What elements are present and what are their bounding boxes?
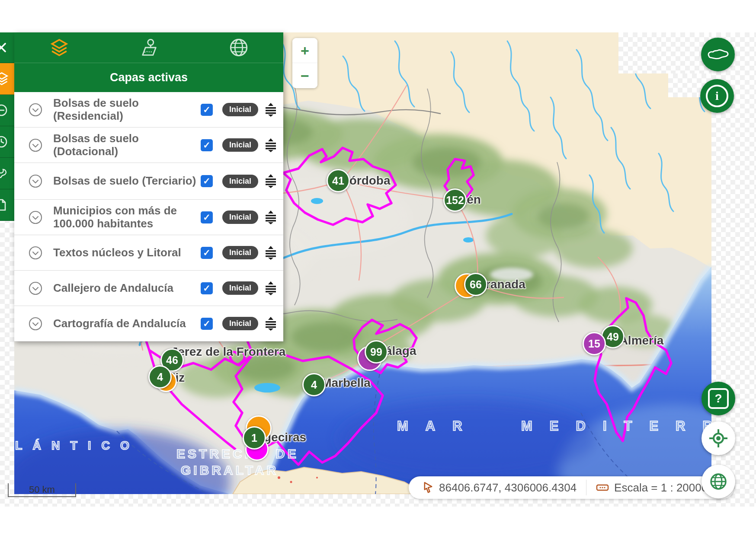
- coordinates-value: 86406.6747, 4306006.4304: [439, 481, 577, 495]
- document-icon: [0, 198, 9, 212]
- map-cluster-marker[interactable]: 4: [148, 365, 172, 389]
- layer-label: Municipios con más de 100.000 habitantes: [53, 204, 196, 230]
- chevron-down-icon[interactable]: [28, 174, 43, 188]
- layer-status-badge: Inicial: [222, 175, 258, 188]
- zoom-out-button[interactable]: −: [292, 63, 317, 88]
- left-tool-strip: [0, 32, 14, 221]
- layers-icon: [49, 37, 70, 58]
- locate-button[interactable]: [702, 421, 735, 455]
- chevron-down-icon[interactable]: [28, 281, 43, 296]
- map-pin-icon: [139, 37, 160, 58]
- cursor-icon: [423, 482, 434, 494]
- layers-icon: [0, 71, 10, 86]
- layer-status-badge: Inicial: [222, 211, 258, 224]
- chevron-down-icon[interactable]: [28, 316, 43, 331]
- andalucia-shape-icon: [706, 47, 730, 62]
- transparent-margin: [0, 218, 14, 507]
- layer-row: Textos núcleos y Litoral Inicial: [14, 235, 283, 271]
- layer-checkbox[interactable]: [201, 139, 213, 151]
- info-button[interactable]: i: [700, 79, 734, 113]
- locate-icon: [708, 428, 728, 448]
- strip-item-zoom-extent[interactable]: [0, 95, 14, 126]
- chevron-down-icon[interactable]: [28, 210, 43, 225]
- opacity-slider-icon[interactable]: [264, 102, 277, 118]
- chevron-down-icon[interactable]: [28, 138, 43, 153]
- map-cluster-marker[interactable]: 152: [443, 188, 467, 212]
- andalucia-extent-button[interactable]: [701, 38, 735, 71]
- layer-checkbox[interactable]: [201, 247, 213, 259]
- marker-count: 41: [332, 175, 344, 187]
- layers-panel: Capas activas Bolsas de suelo (Residenci…: [14, 32, 283, 341]
- map-cluster-marker[interactable]: 99: [365, 340, 388, 364]
- layer-checkbox[interactable]: [201, 318, 213, 330]
- strip-item-history[interactable]: [0, 126, 14, 158]
- layer-label: Textos núcleos y Litoral: [53, 246, 196, 259]
- marker-count: 4: [311, 379, 317, 391]
- close-icon: [0, 40, 9, 55]
- map-cluster-marker[interactable]: 41: [327, 169, 350, 192]
- layer-list: Bolsas de suelo (Residencial) Inicial Bo…: [14, 92, 283, 341]
- panel-toolbar: [14, 32, 283, 63]
- tab-layers[interactable]: [46, 35, 72, 60]
- history-icon: [0, 134, 9, 149]
- marker-count: 152: [446, 194, 464, 207]
- globe-icon: [709, 472, 727, 491]
- transparent-margin: [618, 32, 711, 73]
- strip-item-document[interactable]: [0, 189, 14, 221]
- layer-row: Municipios con más de 100.000 habitantes…: [14, 200, 283, 235]
- layer-checkbox[interactable]: [201, 175, 213, 187]
- map-cluster-marker[interactable]: 66: [464, 273, 487, 296]
- marker-count: 99: [370, 346, 382, 358]
- marker-count: 49: [607, 331, 619, 343]
- layer-checkbox[interactable]: [201, 104, 213, 116]
- layer-status-badge: Inicial: [222, 103, 258, 116]
- map-cluster-marker[interactable]: 1: [243, 426, 266, 450]
- strip-item-tools[interactable]: [0, 158, 14, 189]
- opacity-slider-icon[interactable]: [264, 316, 277, 332]
- map-status-bar: 86406.6747, 4306006.4304 Escala = 1 : 20…: [409, 476, 734, 499]
- chevron-down-icon[interactable]: [28, 246, 43, 260]
- chevron-down-icon[interactable]: [28, 102, 43, 117]
- layer-label: Cartografía de Andalucía: [53, 317, 196, 330]
- opacity-slider-icon[interactable]: [264, 280, 277, 297]
- marker-count: 66: [470, 278, 482, 291]
- marker-count: 15: [588, 338, 600, 350]
- map-cluster-marker[interactable]: 15: [583, 332, 606, 355]
- layer-row: Callejero de Andalucía Inicial: [14, 271, 283, 306]
- map-scale-bar: 50 km: [8, 483, 76, 497]
- zoom-control: + −: [292, 38, 317, 88]
- tab-globe[interactable]: [226, 35, 251, 60]
- map-cluster-marker[interactable]: 4: [302, 373, 326, 396]
- layer-status-badge: Inicial: [222, 246, 258, 259]
- marker-count: 1: [251, 432, 257, 444]
- close-panel-button[interactable]: [0, 32, 14, 63]
- layer-label: Bolsas de suelo (Dotacional): [53, 132, 196, 157]
- scale-bar-label: 50 km: [29, 484, 55, 495]
- zoom-in-button[interactable]: +: [292, 38, 317, 63]
- marker-count: 4: [157, 371, 163, 383]
- layer-row: Cartografía de Andalucía Inicial: [14, 306, 283, 341]
- layer-row: Bolsas de suelo (Terciario) Inicial: [14, 163, 283, 200]
- layer-status-badge: Inicial: [222, 317, 258, 330]
- help-button[interactable]: ?: [702, 382, 735, 415]
- layer-status-badge: Inicial: [222, 138, 258, 152]
- layer-row: Bolsas de suelo (Residencial) Inicial: [14, 92, 283, 128]
- opacity-slider-icon[interactable]: [264, 209, 277, 226]
- globe-icon: [229, 38, 249, 57]
- layer-status-badge: Inicial: [222, 281, 258, 295]
- tools-icon: [0, 166, 9, 181]
- tab-map[interactable]: [136, 35, 162, 60]
- opacity-slider-icon[interactable]: [264, 137, 277, 153]
- app-root: MARMEDITERRLÁNTICOESTRECHO DEGIBRALTAR C…: [0, 0, 756, 536]
- layer-label: Bolsas de suelo (Residencial): [53, 97, 196, 122]
- panel-title: Capas activas: [14, 63, 283, 92]
- layer-checkbox[interactable]: [201, 211, 213, 223]
- zoom-extent-icon: [0, 103, 9, 118]
- globe-button[interactable]: [702, 465, 735, 498]
- opacity-slider-icon[interactable]: [264, 245, 277, 261]
- layer-label: Bolsas de suelo (Terciario): [53, 175, 196, 187]
- opacity-slider-icon[interactable]: [264, 173, 277, 189]
- layer-checkbox[interactable]: [201, 282, 213, 294]
- ruler-icon: [596, 483, 609, 492]
- strip-item-layers[interactable]: [0, 63, 14, 95]
